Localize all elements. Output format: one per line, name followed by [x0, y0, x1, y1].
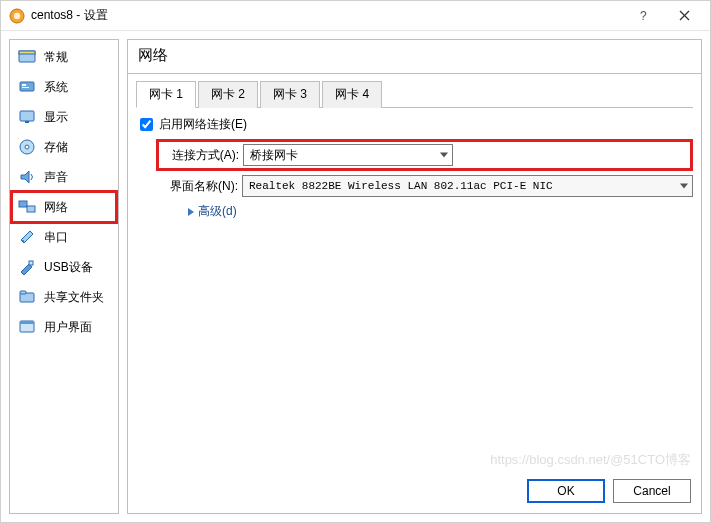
settings-window: centos8 - 设置 ? 常规 系统: [0, 0, 711, 523]
enable-network-row: 启用网络连接(E): [140, 116, 693, 133]
sidebar-item-label: 用户界面: [44, 319, 92, 336]
chevron-down-icon: [680, 184, 688, 189]
attached-to-value: 桥接网卡: [250, 147, 298, 164]
general-icon: [18, 48, 36, 66]
triangle-right-icon: [188, 208, 194, 216]
svg-marker-14: [21, 171, 29, 183]
sidebar-item-storage[interactable]: 存储: [12, 132, 116, 162]
sidebar-item-label: 常规: [44, 49, 68, 66]
sidebar-item-system[interactable]: 系统: [12, 72, 116, 102]
shared-folder-icon: [18, 288, 36, 306]
system-icon: [18, 78, 36, 96]
adapter-tabs: 网卡 1 网卡 2 网卡 3 网卡 4: [136, 80, 693, 108]
enable-network-checkbox[interactable]: [140, 118, 153, 131]
sidebar-item-network[interactable]: 网络: [12, 192, 116, 222]
interface-name-row: 界面名称(N): Realtek 8822BE Wireless LAN 802…: [136, 175, 693, 197]
svg-rect-7: [20, 82, 34, 91]
sidebar: 常规 系统 显示 存储: [9, 39, 119, 514]
watermark: https://blog.csdn.net/@51CTO博客: [490, 451, 691, 469]
page-title: 网络: [128, 40, 701, 74]
sidebar-item-serial[interactable]: 串口: [12, 222, 116, 252]
tab-adapter-1[interactable]: 网卡 1: [136, 81, 196, 108]
sidebar-item-label: 系统: [44, 79, 68, 96]
svg-text:?: ?: [640, 10, 647, 22]
attached-to-select[interactable]: 桥接网卡: [243, 144, 453, 166]
svg-rect-20: [20, 291, 26, 294]
svg-rect-9: [22, 87, 29, 88]
main-panel: 网络 网卡 1 网卡 2 网卡 3 网卡 4 启用网络连接(E) 连接方式(A)…: [127, 39, 702, 514]
close-button[interactable]: [664, 2, 704, 30]
svg-rect-18: [29, 261, 33, 265]
serial-icon: [18, 228, 36, 246]
sidebar-item-label: 共享文件夹: [44, 289, 104, 306]
sidebar-item-label: 串口: [44, 229, 68, 246]
help-button[interactable]: ?: [624, 2, 664, 30]
svg-rect-16: [27, 206, 35, 212]
svg-point-1: [14, 12, 20, 18]
tab-adapter-2[interactable]: 网卡 2: [198, 81, 258, 108]
interface-name-value: Realtek 8822BE Wireless LAN 802.11ac PCI…: [249, 180, 553, 192]
main-content: 网卡 1 网卡 2 网卡 3 网卡 4 启用网络连接(E) 连接方式(A): 桥…: [128, 74, 701, 473]
svg-point-13: [25, 145, 29, 149]
ok-button[interactable]: OK: [527, 479, 605, 503]
window-title: centos8 - 设置: [31, 7, 108, 24]
dialog-footer: OK Cancel: [128, 473, 701, 513]
sidebar-item-label: 存储: [44, 139, 68, 156]
svg-rect-22: [20, 321, 34, 324]
network-icon: [18, 198, 36, 216]
sidebar-item-label: 声音: [44, 169, 68, 186]
audio-icon: [18, 168, 36, 186]
attached-to-label: 连接方式(A):: [161, 147, 243, 164]
ui-icon: [18, 318, 36, 336]
svg-rect-15: [19, 201, 27, 207]
svg-rect-11: [25, 121, 29, 123]
usb-icon: [18, 258, 36, 276]
sidebar-item-display[interactable]: 显示: [12, 102, 116, 132]
advanced-label: 高级(d): [198, 203, 237, 220]
sidebar-item-label: USB设备: [44, 259, 93, 276]
titlebar: centos8 - 设置 ?: [1, 1, 710, 31]
svg-point-17: [22, 240, 24, 242]
interface-name-select[interactable]: Realtek 8822BE Wireless LAN 802.11ac PCI…: [242, 175, 693, 197]
app-icon: [9, 8, 25, 24]
cancel-button[interactable]: Cancel: [613, 479, 691, 503]
svg-rect-8: [22, 84, 26, 86]
sidebar-item-general[interactable]: 常规: [12, 42, 116, 72]
tab-adapter-4[interactable]: 网卡 4: [322, 81, 382, 108]
svg-rect-10: [20, 111, 34, 121]
chevron-down-icon: [440, 153, 448, 158]
interface-name-label: 界面名称(N):: [160, 178, 242, 195]
sidebar-item-usb[interactable]: USB设备: [12, 252, 116, 282]
tab-adapter-3[interactable]: 网卡 3: [260, 81, 320, 108]
sidebar-item-label: 显示: [44, 109, 68, 126]
sidebar-item-shared[interactable]: 共享文件夹: [12, 282, 116, 312]
attached-to-row: 连接方式(A): 桥接网卡: [156, 139, 693, 171]
enable-network-label: 启用网络连接(E): [159, 116, 247, 133]
sidebar-item-label: 网络: [44, 199, 68, 216]
svg-rect-6: [19, 51, 35, 54]
sidebar-item-audio[interactable]: 声音: [12, 162, 116, 192]
body: 常规 系统 显示 存储: [1, 31, 710, 522]
storage-icon: [18, 138, 36, 156]
display-icon: [18, 108, 36, 126]
advanced-expander[interactable]: 高级(d): [136, 203, 693, 220]
sidebar-item-ui[interactable]: 用户界面: [12, 312, 116, 342]
